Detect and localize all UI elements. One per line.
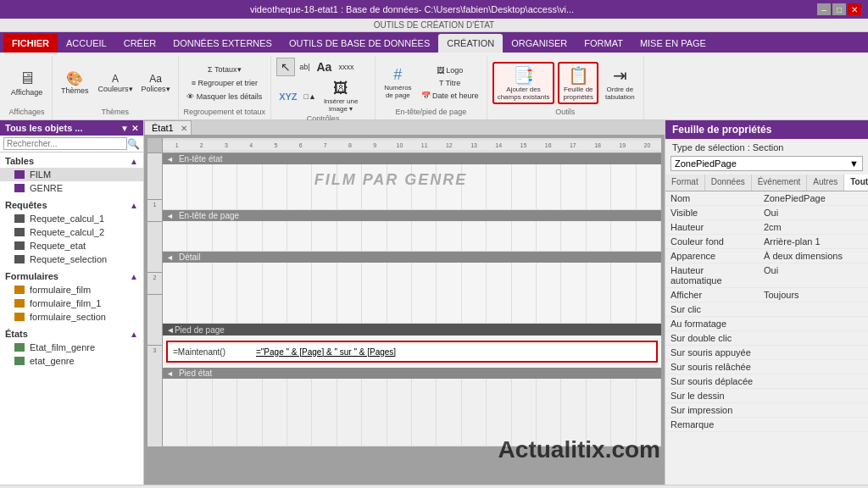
doc-tab-close-icon[interactable]: ✕ (181, 124, 187, 133)
etats-expand-icon: ▲ (130, 330, 138, 339)
prop-value[interactable] (759, 302, 868, 316)
doc-tab-label: État1 (152, 123, 174, 133)
prop-value[interactable]: 2cm (759, 220, 868, 234)
prop-name: Visible (665, 206, 759, 219)
prop-name: Nom (665, 191, 759, 205)
ribbon-tab-donnees_externes[interactable]: DONNÉES EXTERNES (164, 34, 281, 53)
prop-value[interactable]: Oui (759, 206, 868, 219)
doc-tab-etat1[interactable]: État1 ✕ (144, 120, 192, 135)
formulaires-header[interactable]: Formulaires ▲ (0, 269, 143, 283)
prop-value[interactable] (759, 374, 868, 388)
numeros-page-button[interactable]: # Numérosde page (381, 64, 415, 101)
nav-item-etat-genre[interactable]: etat_genre (0, 354, 143, 368)
tables-expand-icon: ▲ (130, 157, 138, 166)
nav-item-formulaire-section[interactable]: formulaire_section (0, 310, 143, 324)
close-button[interactable]: ✕ (848, 3, 861, 15)
maximize-button[interactable]: □ (832, 3, 846, 15)
themes-button[interactable]: 🎨 Thèmes (58, 69, 92, 97)
totaux-button[interactable]: Σ Totaux▾ (184, 64, 264, 75)
label-button[interactable]: Aa (314, 58, 334, 75)
xyz-button[interactable]: XYZ (276, 90, 299, 103)
field-button[interactable]: xxxx (336, 61, 356, 73)
tab-evenement[interactable]: Événement (752, 175, 808, 191)
date-heure-button[interactable]: 📅 Date et heure (419, 90, 481, 102)
pied-etat-header[interactable]: ◄ Pied état (163, 368, 661, 379)
nav-item-requete-etat[interactable]: Requete_etat (0, 239, 143, 252)
ribbon-tab-organiser[interactable]: ORGANISER (503, 34, 576, 53)
prop-value[interactable]: ZonePiedPage (759, 191, 868, 205)
nav-item-requete-selection[interactable]: Requete_selection (0, 252, 143, 266)
nav-item-genre[interactable]: GENRE (0, 181, 143, 195)
prop-value[interactable] (759, 403, 868, 417)
etats-header[interactable]: États ▲ (0, 327, 143, 341)
tab-toutes[interactable]: Toutes (844, 175, 868, 191)
prop-value[interactable] (759, 418, 868, 431)
feuille-proprietes-button[interactable]: 📋 Feuille depropriétés (558, 62, 598, 104)
prop-value[interactable] (759, 360, 868, 374)
close-panel-icon[interactable]: ✕ (131, 124, 138, 133)
tables-label: Tables (5, 156, 34, 166)
couleurs-button[interactable]: A Couleurs▾ (96, 71, 136, 95)
inserer-image-button[interactable]: 🖼 Insérer uneimage ▾ (320, 78, 361, 114)
ribbon-tab-fichier[interactable]: FICHIER (3, 34, 58, 53)
search-icon[interactable]: 🔍 (127, 138, 140, 150)
tables-header[interactable]: Tables ▲ (0, 154, 143, 168)
minimize-button[interactable]: – (817, 3, 831, 15)
search-input[interactable] (3, 137, 127, 150)
themes-icon: 🎨 (66, 70, 83, 86)
pied-page-arrow: ◄ (166, 325, 175, 335)
prop-value[interactable]: Oui (759, 263, 868, 287)
entete-page-arrow: ◄ (166, 212, 174, 220)
tab-format[interactable]: Format (665, 175, 705, 191)
ribbon-tab-outils_bdd[interactable]: OUTILS DE BASE DE DONNÉES (281, 34, 438, 53)
logo-button[interactable]: 🖼 Logo (419, 64, 481, 76)
entete-page-header[interactable]: ◄ En-tête de page (163, 210, 661, 221)
zone-dropdown[interactable]: ZonePiedPage ▼ (670, 156, 863, 171)
affichages-content: 🖥 Affichage (8, 58, 46, 108)
tab-autres[interactable]: Autres (807, 175, 844, 191)
regrouper-button[interactable]: ≡ Regrouper et trier (184, 77, 264, 89)
vertical-ruler: 1 2 3 (147, 153, 163, 446)
nav-item-etat-film-genre[interactable]: Etat_film_genre (0, 341, 143, 354)
nav-item-film[interactable]: FILM (0, 168, 143, 181)
ribbon-tab-creer[interactable]: CRÉER (115, 34, 165, 53)
zone-dropdown-value: ZonePiedPage (675, 158, 737, 169)
polices-button[interactable]: Aa Polices▾ (139, 71, 173, 95)
pied-page-header[interactable]: ◄ Pied de page (163, 324, 661, 336)
nav-item-formulaire-film-1[interactable]: formulaire_film_1 (0, 297, 143, 310)
cursor-button[interactable]: ↖ (276, 58, 295, 76)
title-bar-controls: – □ ✕ (817, 3, 861, 15)
ribbon-tab-creation[interactable]: CRÉATION (438, 34, 503, 53)
prop-value[interactable] (759, 331, 868, 345)
prop-value[interactable]: À deux dimensions (759, 249, 868, 263)
ribbon-group-controles: ↖ ab| Aa xxxx XYZ □▲ 🖼 Insérer uneimage … (271, 56, 376, 119)
prop-value[interactable] (759, 346, 868, 359)
design-area[interactable]: 1 2 3 4 5 6 7 8 9 10 11 12 13 14 15 16 1 (144, 135, 665, 485)
tab-donnees[interactable]: Données (705, 175, 752, 191)
masquer-button[interactable]: 👁 Masquer les détails (184, 91, 264, 103)
prop-value[interactable] (759, 389, 868, 402)
prop-value[interactable] (759, 317, 868, 330)
prop-name: Sur double clic (665, 331, 759, 345)
requetes-header[interactable]: Requêtes ▲ (0, 198, 143, 212)
detail-header[interactable]: ◄ Détail (163, 252, 661, 263)
entete-etat-arrow: ◄ (166, 155, 174, 164)
ribbon-tab-mise_en_page[interactable]: MISE EN PAGE (632, 34, 715, 53)
ajouter-champs-button[interactable]: 📑 Ajouter deschamps existants (492, 62, 555, 104)
left-panel-header: Tous les objets ... ▼ ✕ (0, 120, 143, 136)
nav-item-requete-calcul-1[interactable]: Requete_calcul_1 (0, 212, 143, 225)
prop-name: Afficher (665, 288, 759, 302)
ordre-tabulation-button[interactable]: ⇥ Ordre detabulation (602, 64, 638, 103)
prop-row: Remarque (665, 418, 868, 432)
nav-item-requete-calcul-2[interactable]: Requete_calcul_2 (0, 225, 143, 239)
nav-item-formulaire-film[interactable]: formulaire_film (0, 283, 143, 297)
ribbon-tab-accueil[interactable]: ACCUEIL (58, 34, 115, 53)
prop-value[interactable]: Toujours (759, 288, 868, 302)
titre-button[interactable]: T Titre (419, 77, 481, 89)
entete-etat-header[interactable]: ◄ En-tête état (163, 153, 661, 164)
ribbon-tab-format[interactable]: FORMAT (576, 34, 632, 53)
textbox-button[interactable]: ab| (297, 61, 312, 73)
affichage-button[interactable]: 🖥 Affichage (8, 67, 46, 98)
shapes-button[interactable]: □▲ (302, 91, 319, 103)
prop-value[interactable]: Arrière-plan 1 (759, 235, 868, 248)
